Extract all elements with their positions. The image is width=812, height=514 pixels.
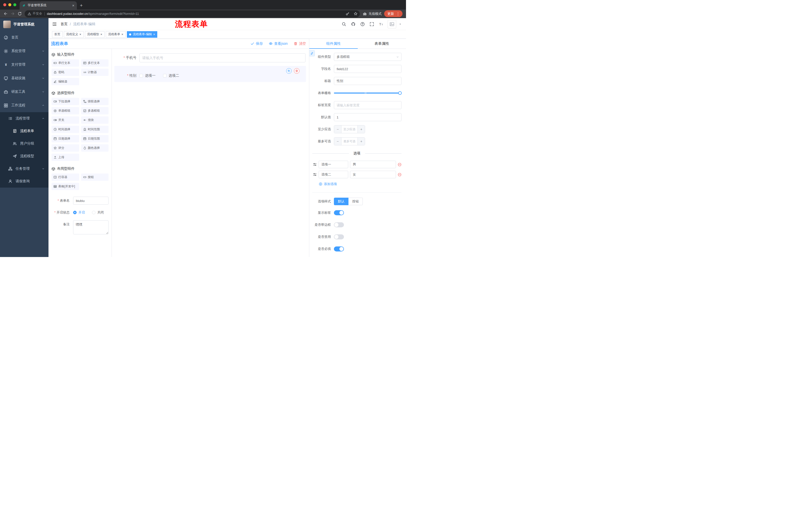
show-label-switch[interactable] (334, 210, 344, 215)
tag-close-icon[interactable]: × (100, 33, 103, 36)
sidebar-item-home[interactable]: 首页 (0, 31, 49, 44)
checkbox-icon[interactable] (140, 74, 143, 77)
palette-item-cascader[interactable]: 级联选择 (81, 98, 109, 105)
sidebar-item-payment-management[interactable]: 支付管理 (0, 58, 49, 72)
breadcrumb-home[interactable]: 首页 (61, 22, 67, 26)
delete-component-button[interactable] (294, 68, 299, 74)
bookmark-button[interactable] (352, 10, 359, 17)
drag-handle-icon[interactable] (313, 162, 317, 166)
slider-track[interactable] (334, 92, 400, 93)
sidebar-item-process-form[interactable]: 流程表单 (0, 125, 49, 137)
browser-menu-icon[interactable]: ⋮ (395, 11, 401, 16)
tag-process-definition[interactable]: 流程定义× (64, 31, 84, 38)
palette-item-password[interactable]: 密码 (52, 69, 79, 76)
browser-tab[interactable]: 芋道管理系统 × (20, 1, 77, 9)
gender-option-1-checkbox[interactable]: 选项一 (140, 74, 155, 78)
tag-close-icon[interactable]: × (153, 33, 155, 36)
palette-item-button[interactable]: 按钮 (81, 173, 109, 181)
palette-item-date-range[interactable]: 日期范围 (81, 135, 109, 142)
phone-input[interactable] (140, 53, 306, 62)
palette-item-date-picker[interactable]: 日期选择 (52, 135, 79, 142)
sidebar-toggle-button[interactable] (49, 18, 61, 30)
component-type-select[interactable]: 多选框组 (334, 53, 402, 61)
form-canvas[interactable]: 手机号 性别 选项一 选项二 (112, 49, 309, 257)
sidebar-item-dev-tools[interactable]: 研发工具 (0, 85, 49, 99)
tag-close-icon[interactable]: × (79, 33, 81, 36)
tab-close-icon[interactable]: × (72, 3, 75, 7)
decrease-button[interactable]: − (334, 138, 342, 145)
gender-option-2-checkbox[interactable]: 选项二 (163, 74, 179, 78)
palette-item-single-line-text[interactable]: 单行文本 (52, 59, 79, 66)
password-key-button[interactable] (344, 10, 351, 17)
palette-item-time-picker[interactable]: 时间选择 (52, 126, 79, 133)
palette-item-switch[interactable]: 开关 (52, 116, 79, 124)
tag-home[interactable]: 首页 (52, 31, 63, 38)
sidebar-item-process-management[interactable]: 流程管理 (0, 112, 49, 125)
avatar-menu-button[interactable] (398, 20, 403, 28)
clear-button[interactable]: 清空 (294, 42, 306, 46)
phone-field-row[interactable]: 手机号 (114, 52, 306, 64)
form-grid-slider[interactable] (334, 89, 402, 97)
tag-close-icon[interactable]: × (121, 33, 123, 36)
remark-textarea[interactable]: 嘿嘿 (73, 220, 109, 234)
help-button[interactable] (359, 20, 366, 28)
sidebar-item-user-group[interactable]: 用户分组 (0, 137, 49, 150)
gender-field-row[interactable]: 性别 选项一 选项二 (114, 66, 306, 82)
checkbox-icon[interactable] (163, 74, 167, 77)
palette-item-radio-group[interactable]: 单选框组 (52, 107, 79, 114)
drag-handle-icon[interactable] (313, 172, 317, 177)
default-value-input[interactable] (334, 113, 402, 121)
minimize-window-button[interactable] (8, 3, 11, 6)
save-button[interactable]: 保存 (251, 42, 263, 46)
sidebar-item-system-management[interactable]: 系统管理 (0, 44, 49, 58)
user-avatar[interactable] (388, 20, 396, 28)
address-bar[interactable]: 不安全 dashboard.yudao.iocoder.cn/bpm/manag… (25, 10, 360, 17)
sidebar-item-task-management[interactable]: 任务管理 (0, 162, 49, 175)
fullscreen-button[interactable] (368, 20, 376, 28)
palette-item-counter[interactable]: 计数器 (81, 69, 109, 76)
update-button[interactable]: 更新 ⋮ (384, 10, 403, 17)
required-switch[interactable] (334, 246, 344, 251)
status-radio-on[interactable]: 开启 (73, 210, 85, 215)
sidebar-item-workflow[interactable]: 工作流程 (0, 99, 49, 112)
palette-item-multi-line-text[interactable]: 多行文本 (81, 59, 109, 66)
back-button[interactable] (2, 10, 9, 17)
palette-item-select[interactable]: 下拉选择 (52, 98, 79, 105)
palette-item-editor[interactable]: 编辑器 (52, 78, 79, 85)
option-label-input[interactable] (319, 171, 348, 178)
view-json-button[interactable]: 查看json (269, 42, 288, 46)
close-window-button[interactable] (3, 3, 6, 6)
border-switch[interactable] (334, 222, 344, 227)
palette-item-color-picker[interactable]: 颜色选择 (81, 144, 109, 152)
copy-component-button[interactable] (286, 68, 292, 74)
sidebar-item-infrastructure[interactable]: 基础设施 (0, 72, 49, 85)
tag-process-form[interactable]: 流程表单× (106, 31, 126, 38)
field-name-input[interactable] (334, 65, 402, 73)
palette-item-rate[interactable]: 评分 (52, 144, 79, 152)
option-style-default-button[interactable]: 默认 (334, 198, 348, 205)
max-count-input[interactable]: 最多可选 (342, 138, 357, 145)
tag-process-form-edit[interactable]: 流程表单-编辑× (127, 31, 157, 38)
tag-process-model[interactable]: 流程模型× (85, 31, 105, 38)
title-input[interactable] (334, 77, 402, 85)
option-value-input[interactable] (350, 161, 396, 168)
increase-button[interactable]: + (357, 126, 365, 133)
option-value-input[interactable] (350, 171, 396, 178)
form-name-input[interactable] (73, 197, 109, 205)
sidebar-item-process-model[interactable]: 流程模型 (0, 150, 49, 162)
palette-item-upload[interactable]: 上传 (52, 154, 79, 161)
palette-item-slider[interactable]: 滑块 (81, 116, 109, 124)
palette-item-checkbox-group[interactable]: 多选框组 (81, 107, 109, 114)
label-width-input[interactable] (334, 101, 402, 109)
github-button[interactable] (349, 20, 357, 28)
option-label-input[interactable] (319, 161, 348, 168)
decrease-button[interactable]: − (334, 126, 342, 133)
reload-button[interactable] (16, 10, 23, 17)
palette-item-row-container[interactable]: 行容器 (52, 173, 79, 181)
remove-option-button[interactable] (398, 163, 402, 166)
disabled-switch[interactable] (334, 234, 344, 239)
slider-handle[interactable] (398, 91, 402, 95)
sidebar-item-leave-query[interactable]: 请假查询 (0, 175, 49, 188)
option-style-button-button[interactable]: 按钮 (348, 198, 363, 205)
increase-button[interactable]: + (357, 138, 365, 145)
